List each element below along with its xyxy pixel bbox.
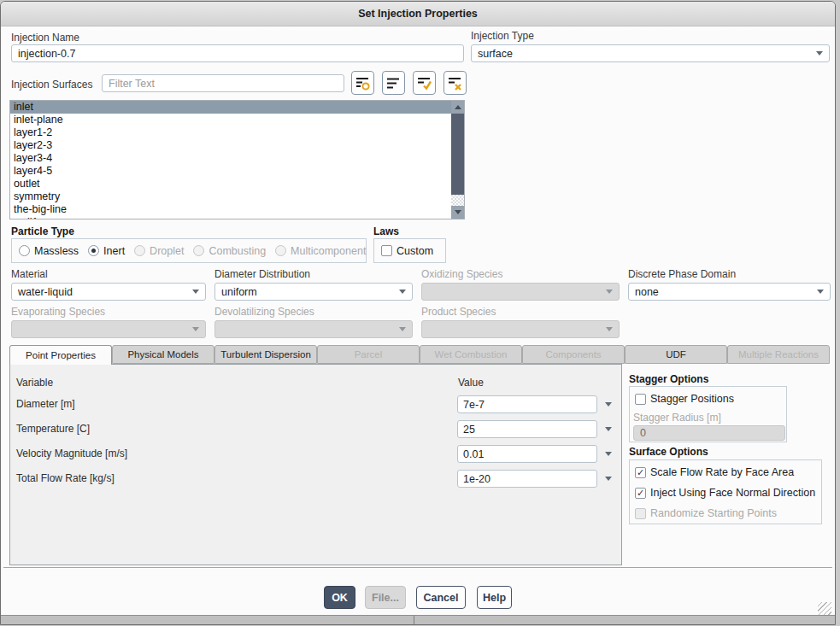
list-item[interactable]: layer4-5 — [10, 165, 464, 178]
oxidizing-species-select — [421, 283, 620, 301]
radio-selected-icon — [88, 245, 99, 256]
list-item[interactable]: symmetry — [10, 190, 464, 203]
tab-turbulent-dispersion[interactable]: Turbulent Dispersion — [214, 345, 317, 364]
deselect-all-shown-button[interactable] — [443, 71, 467, 95]
laws-heading: Laws — [373, 225, 399, 237]
radio-icon — [19, 245, 30, 256]
radio-icon — [275, 245, 286, 256]
dialog-set-injection-properties: Set Injection Properties Injection Name … — [0, 1, 836, 625]
chevron-down-icon — [816, 51, 823, 56]
filter-matching-button[interactable] — [351, 71, 374, 95]
temperature-value-input[interactable]: 25 — [457, 420, 597, 438]
tab-components: Components — [522, 345, 625, 364]
checkbox-checked-icon: ✓ — [635, 467, 646, 478]
radio-inert[interactable]: Inert — [88, 245, 125, 257]
list-item[interactable]: wall1 — [10, 216, 464, 219]
devolatilizing-species-select — [214, 320, 413, 338]
list-scrollbar[interactable] — [451, 101, 464, 219]
scroll-up-button[interactable] — [451, 101, 464, 114]
surface-filter-input[interactable]: Filter Text — [102, 74, 344, 92]
stagger-positions-checkbox[interactable]: Stagger Positions — [635, 393, 734, 405]
injection-surfaces-label: Injection Surfaces — [11, 79, 92, 91]
inject-face-normal-checkbox[interactable]: ✓ Inject Using Face Normal Direction — [635, 487, 815, 499]
checkbox-icon — [635, 394, 646, 405]
list-check-icon — [416, 75, 432, 91]
surface-options-heading: Surface Options — [629, 446, 708, 458]
cancel-button[interactable]: Cancel — [416, 586, 466, 609]
screen: Set Injection Properties Injection Name … — [0, 0, 840, 626]
value-dropdown-icon[interactable] — [605, 452, 612, 456]
frame-tick — [414, 616, 414, 624]
injection-name-value: injection-0.7 — [18, 48, 75, 60]
title-bar[interactable]: Set Injection Properties — [1, 2, 835, 26]
stagger-options-group: Stagger Positions Stagger Radius [m] 0 — [629, 386, 787, 442]
radio-combusting: Combusting — [193, 245, 266, 257]
arrow-down-icon — [455, 210, 461, 214]
tab-multiple-reactions: Multiple Reactions — [727, 345, 830, 364]
help-button[interactable]: Help — [477, 586, 512, 609]
stagger-radius-label: Stagger Radius [m] — [633, 412, 721, 424]
scale-flow-rate-checkbox[interactable]: ✓ Scale Flow Rate by Face Area — [635, 466, 794, 478]
laws-group: Custom — [373, 238, 446, 263]
injection-name-label: Injection Name — [11, 32, 79, 44]
particle-type-group: Massless Inert Droplet Combusting Multic… — [11, 238, 367, 263]
tab-physical-models[interactable]: Physical Models — [112, 345, 214, 364]
resize-grip[interactable] — [818, 602, 831, 616]
total-flow-rate-value-input[interactable]: 1e-20 — [457, 470, 597, 488]
value-dropdown-icon[interactable] — [605, 477, 612, 481]
point-properties-panel: Variable Value Diameter [m] 7e-7 Tempera… — [9, 364, 622, 565]
chevron-down-icon — [399, 290, 406, 294]
scrollbar-thumb[interactable] — [451, 114, 464, 195]
ok-button[interactable]: OK — [324, 586, 355, 609]
list-item[interactable]: layer3-4 — [10, 152, 464, 165]
list-item[interactable]: inlet — [10, 101, 464, 114]
value-dropdown-icon[interactable] — [605, 402, 612, 407]
tab-point-properties[interactable]: Point Properties — [9, 345, 112, 365]
radio-massless[interactable]: Massless — [19, 245, 79, 257]
injection-name-input[interactable]: injection-0.7 — [11, 44, 464, 62]
diameter-row-label: Diameter [m] — [16, 398, 75, 410]
diameter-distribution-select[interactable]: uniform — [214, 283, 413, 301]
chevron-down-icon — [192, 327, 199, 331]
value-dropdown-icon[interactable] — [605, 427, 612, 431]
list-item[interactable]: layer1-2 — [10, 126, 464, 139]
material-select[interactable]: water-liquid — [11, 283, 206, 301]
injection-type-select[interactable]: surface — [471, 44, 830, 62]
tab-wet-combustion: Wet Combustion — [420, 345, 522, 364]
scroll-down-button[interactable] — [451, 206, 464, 219]
radio-droplet: Droplet — [134, 245, 184, 257]
file-button: File... — [365, 586, 406, 609]
chevron-down-icon — [606, 290, 613, 294]
velocity-magnitude-value-input[interactable]: 0.01 — [457, 445, 597, 463]
velocity-magnitude-row-label: Velocity Magnitude [m/s] — [16, 448, 127, 459]
custom-laws-checkbox[interactable]: Custom — [381, 245, 433, 257]
tab-parcel: Parcel — [317, 345, 420, 364]
list-lines-icon — [385, 75, 402, 91]
surface-options-group: ✓ Scale Flow Rate by Face Area ✓ Inject … — [629, 459, 822, 524]
material-label: Material — [11, 268, 48, 280]
devolatilizing-species-label: Devolatilizing Species — [214, 306, 314, 318]
product-species-label: Product Species — [421, 306, 496, 318]
checkbox-icon — [635, 508, 646, 519]
list-item[interactable]: layer2-3 — [10, 139, 464, 152]
stagger-radius-input: 0 — [633, 425, 785, 441]
injection-surfaces-list[interactable]: inlet inlet-plane layer1-2 layer2-3 laye… — [9, 100, 465, 219]
discrete-phase-domain-select[interactable]: none — [628, 283, 831, 301]
variable-column-header: Variable — [16, 377, 53, 389]
list-item[interactable]: outlet — [10, 178, 464, 190]
tab-udf[interactable]: UDF — [625, 345, 727, 364]
diameter-value-input[interactable]: 7e-7 — [457, 395, 597, 413]
oxidizing-species-label: Oxidizing Species — [421, 268, 502, 280]
window-bottom-frame — [1, 615, 835, 624]
arrow-up-icon — [455, 105, 461, 109]
list-item[interactable]: the-big-line — [10, 203, 464, 216]
highlight-surfaces-button[interactable] — [382, 71, 405, 95]
diameter-distribution-label: Diameter Distribution — [214, 268, 310, 280]
injection-type-label: Injection Type — [471, 30, 534, 42]
chevron-down-icon — [817, 290, 824, 294]
temperature-row-label: Temperature [C] — [16, 423, 90, 435]
select-all-shown-button[interactable] — [413, 71, 436, 95]
list-x-icon — [447, 75, 463, 91]
list-item[interactable]: inlet-plane — [10, 114, 464, 126]
evaporating-species-select — [11, 320, 206, 338]
